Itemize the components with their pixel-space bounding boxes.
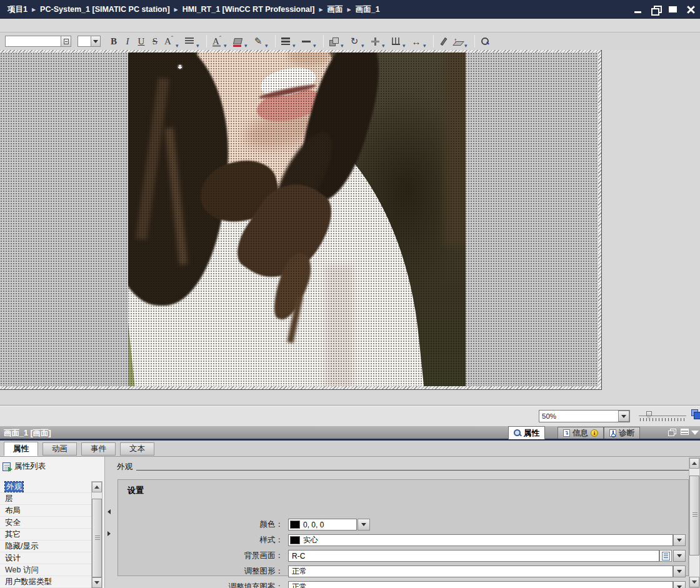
prop-item-security[interactable]: 安全 (0, 517, 91, 529)
property-list-scrollbar[interactable] (91, 481, 102, 588)
breadcrumb-hmi-rt[interactable]: HMI_RT_1 [WinCC RT Professional] (182, 5, 315, 14)
color-dropdown-icon[interactable] (358, 519, 370, 531)
scrollbar-thumb[interactable] (92, 499, 102, 577)
fit-to-screen-icon[interactable] (691, 409, 700, 419)
arrange-objects-icon[interactable] (328, 34, 340, 48)
breadcrumb-arrow-icon: ▶ (174, 7, 178, 12)
prop-item-layers[interactable]: 层 (0, 493, 91, 505)
dropdown-arrow-icon[interactable]: ▾ (423, 42, 429, 50)
format-brush-icon[interactable] (438, 34, 450, 48)
style-list-icon[interactable] (61, 36, 71, 47)
strikethrough-button[interactable]: S (149, 34, 161, 48)
paragraph-align-icon[interactable] (183, 34, 196, 48)
background-screen-browse-icon[interactable] (659, 550, 672, 562)
scroll-up-icon[interactable] (92, 482, 102, 492)
inspector-float-icon[interactable] (668, 429, 677, 436)
style-dropdown-icon[interactable] (673, 534, 686, 546)
minimize-icon[interactable] (634, 6, 642, 13)
adjust-graphic-combo[interactable]: 正常 (288, 566, 673, 577)
appearance-pane: 外观 设置 颜色： 0, 0, 0 样式： 实心 (113, 457, 691, 588)
dropdown-arrow-icon[interactable]: ▾ (402, 42, 408, 50)
dropdown-arrow-icon[interactable]: ▾ (382, 42, 388, 50)
prop-item-web-access[interactable]: Web 访问 (0, 564, 91, 576)
dropdown-arrow-icon[interactable]: ▾ (265, 42, 271, 50)
adjust-fill-pattern-combo[interactable]: 正常 (288, 581, 673, 588)
pen-color-icon[interactable]: ✎ (252, 34, 264, 48)
distribute-icon[interactable] (389, 34, 402, 48)
prop-item-design[interactable]: 设计 (0, 552, 91, 564)
prop-item-show-hide[interactable]: 隐藏/显示 (0, 541, 91, 552)
inspector-collapse-icon[interactable] (691, 431, 699, 435)
adjust-graphic-dropdown-icon[interactable] (673, 566, 686, 577)
bold-button[interactable]: B (108, 34, 120, 48)
dropdown-arrow-icon[interactable]: ▾ (224, 42, 229, 50)
tab-properties-right[interactable]: 属性 (508, 426, 545, 439)
tab-texts[interactable]: 文本 (120, 442, 154, 456)
dropdown-arrow-icon[interactable]: ▾ (361, 42, 367, 50)
collapse-left-icon[interactable] (108, 509, 111, 514)
dropdown-arrow-icon[interactable]: ▾ (464, 42, 470, 50)
font-size-dropdown-icon[interactable] (91, 36, 101, 47)
font-size-button[interactable]: A (162, 34, 175, 48)
tab-events[interactable]: 事件 (81, 442, 116, 456)
breadcrumb-screens[interactable]: 画面 (328, 4, 343, 15)
restore-icon[interactable] (651, 6, 660, 13)
background-screen-input[interactable]: R-C (288, 550, 659, 562)
style-combo[interactable]: 实心 (288, 534, 673, 546)
breadcrumb-pc-system[interactable]: PC-System_1 [SIMATIC PC station] (40, 5, 169, 14)
tab-animations[interactable]: 动画 (42, 442, 77, 456)
section-title: 外观 (117, 462, 132, 472)
dropdown-arrow-icon[interactable]: ▾ (341, 42, 346, 50)
tab-info[interactable]: ↴ 信息 i (558, 427, 604, 439)
fill-color-icon[interactable] (231, 34, 244, 48)
screen-surface[interactable] (0, 52, 598, 386)
scroll-up-icon[interactable] (689, 458, 699, 469)
adjust-fill-pattern-dropdown-icon[interactable] (673, 581, 686, 588)
font-size-input[interactable] (78, 36, 91, 47)
zoom-slider-thumb[interactable] (646, 411, 652, 416)
breadcrumb-project[interactable]: 项目1 (8, 4, 28, 15)
prop-item-misc[interactable]: 其它 (0, 529, 91, 541)
color-swatch (290, 521, 300, 529)
zoom-dropdown-icon[interactable] (618, 411, 629, 422)
align-objects-icon[interactable] (369, 34, 381, 48)
style-name-input[interactable] (5, 36, 61, 47)
dropdown-arrow-icon[interactable]: ▾ (292, 42, 298, 50)
color-combo[interactable]: 0, 0, 0 (288, 519, 357, 531)
scroll-down-icon[interactable] (689, 577, 699, 587)
prop-item-appearance[interactable]: 外观 (0, 481, 91, 493)
scroll-down-icon[interactable] (92, 577, 102, 588)
collapse-right-icon[interactable] (108, 531, 111, 536)
underline-button[interactable]: U (135, 34, 148, 48)
move-layer-icon[interactable] (451, 34, 464, 48)
screen-editor-canvas[interactable] (0, 50, 700, 405)
close-icon[interactable] (686, 6, 695, 13)
tab-properties[interactable]: 属性 (4, 442, 38, 456)
line-weight-icon[interactable] (279, 34, 292, 48)
rotate-icon[interactable]: ↻ (348, 34, 361, 48)
line-style-icon[interactable] (300, 34, 312, 48)
inspector-menu-icon[interactable] (681, 429, 689, 435)
resize-icon[interactable]: ↔ (410, 34, 422, 48)
dropdown-arrow-icon[interactable]: ▾ (196, 42, 202, 50)
dropdown-arrow-icon[interactable]: ▾ (313, 42, 319, 50)
prop-item-layout[interactable]: 布局 (0, 505, 91, 517)
scrollbar-thumb[interactable] (689, 476, 699, 556)
maximize-icon[interactable] (669, 6, 678, 13)
prop-item-user-data-type[interactable]: 用户数据类型 (0, 576, 91, 588)
dropdown-arrow-icon[interactable]: ▾ (244, 42, 250, 50)
font-color-button[interactable]: A (211, 34, 223, 48)
tab-diagnostics[interactable]: 诊断 (604, 427, 640, 439)
zoom-level-combo[interactable]: 50% (539, 410, 630, 422)
panel-splitter[interactable] (106, 457, 113, 588)
info-badge-icon: i (591, 429, 598, 437)
content-scrollbar[interactable] (689, 457, 700, 588)
screen-work-area[interactable] (0, 50, 602, 390)
screen-background-image[interactable] (128, 52, 466, 386)
italic-button[interactable]: I (121, 34, 134, 48)
breadcrumb-arrow-icon: ▶ (319, 7, 322, 12)
background-screen-dropdown-icon[interactable] (673, 550, 686, 562)
dropdown-arrow-icon[interactable]: ▾ (176, 42, 181, 50)
zoom-select-icon[interactable] (479, 34, 491, 48)
breadcrumb-screen-1[interactable]: 画面_1 (356, 4, 380, 15)
